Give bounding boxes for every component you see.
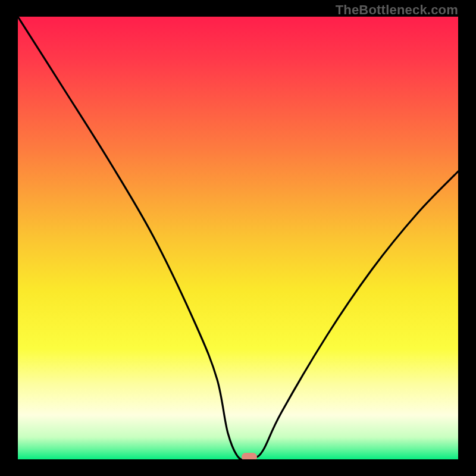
attribution-text: TheBottleneck.com — [336, 2, 458, 18]
plot-area — [18, 17, 458, 459]
chart-frame — [0, 0, 476, 476]
optimal-marker — [242, 453, 257, 459]
bottleneck-curve — [18, 17, 458, 459]
